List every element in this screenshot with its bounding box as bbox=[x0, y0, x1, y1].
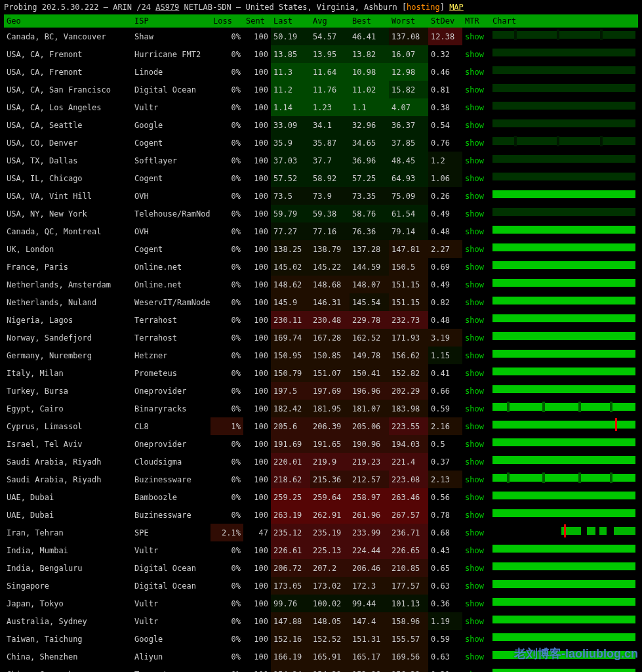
cell-worst: 37.85 bbox=[389, 134, 428, 152]
cell-best: 219.23 bbox=[350, 453, 389, 471]
cell-loss: 0% bbox=[211, 577, 243, 595]
col-avg[interactable]: Avg bbox=[310, 14, 350, 28]
mtr-show-link[interactable]: show bbox=[462, 612, 490, 630]
table-row: India, BengaluruDigital Ocean0%100206.72… bbox=[4, 559, 638, 577]
mtr-show-link[interactable]: show bbox=[462, 311, 490, 329]
cell-loss: 0% bbox=[211, 630, 243, 648]
mtr-show-link[interactable]: show bbox=[462, 524, 490, 541]
cell-last: 57.52 bbox=[271, 169, 310, 187]
col-stdev[interactable]: StDev bbox=[428, 14, 462, 28]
cell-avg: 225.13 bbox=[310, 541, 350, 559]
col-geo[interactable]: Geo bbox=[4, 14, 132, 28]
mtr-show-link[interactable]: show bbox=[462, 222, 490, 240]
cell-geo: USA, VA, Vint Hill bbox=[4, 187, 132, 205]
mtr-show-link[interactable]: show bbox=[462, 63, 490, 81]
mtr-show-link[interactable]: show bbox=[462, 205, 490, 222]
mtr-show-link[interactable]: show bbox=[462, 665, 490, 672]
mtr-show-link[interactable]: show bbox=[462, 435, 490, 453]
mtr-show-link[interactable]: show bbox=[462, 559, 490, 577]
mtr-show-link[interactable]: show bbox=[462, 329, 490, 346]
mtr-show-link[interactable]: show bbox=[462, 276, 490, 293]
mtr-show-link[interactable]: show bbox=[462, 630, 490, 648]
mtr-show-link[interactable]: show bbox=[462, 169, 490, 187]
hdr-sep1: – ARIN /24 bbox=[99, 3, 156, 12]
mtr-show-link[interactable]: show bbox=[462, 98, 490, 116]
cell-best: 151.31 bbox=[350, 630, 389, 648]
mtr-show-link[interactable]: show bbox=[462, 648, 490, 665]
table-row: USA, IL, ChicagoCogent0%10057.5258.9257.… bbox=[4, 169, 638, 187]
mtr-show-link[interactable]: show bbox=[462, 595, 490, 612]
hdr-prefix: Probing bbox=[4, 3, 42, 12]
col-worst[interactable]: Worst bbox=[389, 14, 428, 28]
col-mtr[interactable]: MTR bbox=[462, 14, 490, 28]
col-sent[interactable]: Sent bbox=[243, 14, 271, 28]
mtr-show-link[interactable]: show bbox=[462, 506, 490, 524]
mtr-show-link[interactable]: show bbox=[462, 81, 490, 98]
mtr-show-link[interactable]: show bbox=[462, 382, 490, 400]
map-link[interactable]: MAP bbox=[449, 3, 464, 12]
cell-loss: 0% bbox=[211, 81, 243, 98]
table-row: China, ShenzhenAliyun0%100166.19165.9116… bbox=[4, 648, 638, 665]
cell-sent: 100 bbox=[243, 435, 271, 453]
mtr-show-link[interactable]: show bbox=[462, 541, 490, 559]
cell-isp: Tencent bbox=[132, 665, 211, 672]
table-row: France, ParisOnline.net0%100145.02145.22… bbox=[4, 258, 638, 276]
mtr-show-link[interactable]: show bbox=[462, 488, 490, 506]
mtr-show-link[interactable]: show bbox=[462, 134, 490, 152]
mtr-show-link[interactable]: show bbox=[462, 240, 490, 258]
cell-geo: Nigeria, Lagos bbox=[4, 311, 132, 329]
cell-worst: 183.98 bbox=[389, 400, 428, 417]
cell-sent: 100 bbox=[243, 276, 271, 293]
cell-stdev: 0.82 bbox=[428, 293, 462, 311]
cell-stdev: 0.76 bbox=[428, 134, 462, 152]
cell-best: 150.41 bbox=[350, 364, 389, 382]
mtr-show-link[interactable]: show bbox=[462, 346, 490, 364]
cell-best: 148.07 bbox=[350, 276, 389, 293]
col-loss[interactable]: Loss bbox=[211, 14, 243, 28]
mtr-show-link[interactable]: show bbox=[462, 45, 490, 63]
col-last[interactable]: Last bbox=[271, 14, 310, 28]
mtr-show-link[interactable]: show bbox=[462, 28, 490, 45]
cell-loss: 0% bbox=[211, 169, 243, 187]
cell-isp: Oneprovider bbox=[132, 435, 211, 453]
mtr-show-link[interactable]: show bbox=[462, 293, 490, 311]
table-row: Germany, NurembergHetzner0%100150.95150.… bbox=[4, 346, 638, 364]
cell-stdev: 0.5 bbox=[428, 435, 462, 453]
mtr-show-link[interactable]: show bbox=[462, 577, 490, 595]
col-best[interactable]: Best bbox=[350, 14, 389, 28]
col-isp[interactable]: ISP bbox=[132, 14, 211, 28]
asn-link[interactable]: AS979 bbox=[155, 3, 179, 12]
mtr-show-link[interactable]: show bbox=[462, 417, 490, 435]
cell-worst: 263.46 bbox=[389, 488, 428, 506]
cell-geo: USA, NY, New York bbox=[4, 205, 132, 222]
chart-cell bbox=[490, 630, 638, 648]
cell-isp: Softlayer bbox=[132, 152, 211, 169]
cell-loss: 0% bbox=[211, 45, 243, 63]
mtr-show-link[interactable]: show bbox=[462, 187, 490, 205]
cell-geo: USA, TX, Dallas bbox=[4, 152, 132, 169]
cell-stdev: 1.15 bbox=[428, 346, 462, 364]
chart-cell bbox=[490, 488, 638, 506]
cell-last: 77.27 bbox=[271, 222, 310, 240]
cell-worst: 155.57 bbox=[389, 630, 428, 648]
chart-cell bbox=[490, 63, 638, 81]
table-row: Italy, MilanPrometeus0%100150.79151.0715… bbox=[4, 364, 638, 382]
mtr-show-link[interactable]: show bbox=[462, 258, 490, 276]
cell-avg: 206.39 bbox=[310, 417, 350, 435]
cell-isp: Vultr bbox=[132, 612, 211, 630]
chart-cell bbox=[490, 169, 638, 187]
mtr-show-link[interactable]: show bbox=[462, 400, 490, 417]
cell-best: 10.98 bbox=[350, 63, 389, 81]
col-chart[interactable]: Chart bbox=[490, 14, 638, 28]
mtr-show-link[interactable]: show bbox=[462, 364, 490, 382]
cell-avg: 215.36 bbox=[310, 471, 350, 488]
mtr-show-link[interactable]: show bbox=[462, 152, 490, 169]
mtr-show-link[interactable]: show bbox=[462, 453, 490, 471]
table-row: USA, VA, Vint HillOVH0%10073.573.973.357… bbox=[4, 187, 638, 205]
cell-sent: 100 bbox=[243, 222, 271, 240]
mtr-show-link[interactable]: show bbox=[462, 116, 490, 134]
cell-geo: Norway, Sandefjord bbox=[4, 329, 132, 346]
cell-worst: 12.98 bbox=[389, 63, 428, 81]
mtr-show-link[interactable]: show bbox=[462, 471, 490, 488]
cell-loss: 0% bbox=[211, 648, 243, 665]
